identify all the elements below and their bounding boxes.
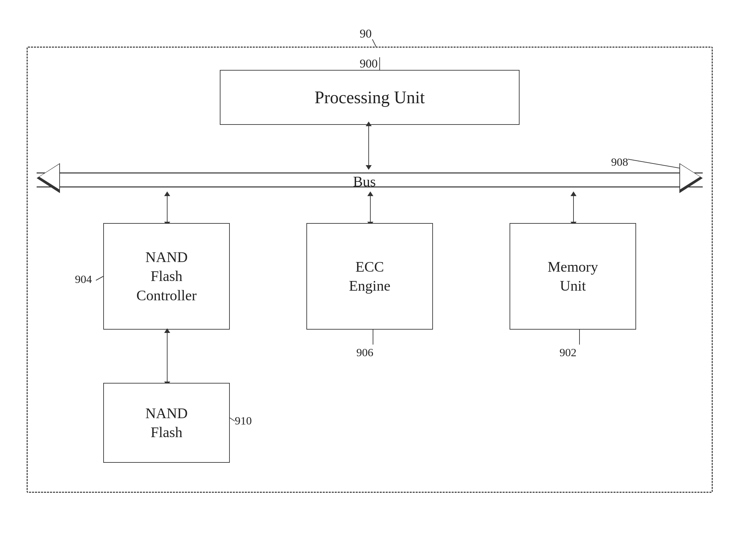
ecc-engine-box: ECCEngine — [306, 223, 433, 329]
ref-label-900: 900 — [360, 57, 378, 71]
arrow-nand-ctrl-to-nand-flash — [167, 329, 168, 383]
ref-label-90: 90 — [360, 27, 372, 41]
ref-label-906: 906 — [356, 346, 373, 359]
arrow-bus-to-ecc — [370, 195, 371, 223]
ref-label-904: 904 — [75, 273, 92, 285]
ref-label-908: 908 — [611, 156, 628, 169]
arrow-nand-ctrl-top-head — [164, 328, 170, 333]
bus-arrowhead-right-inner — [680, 164, 700, 190]
ref-label-910: 910 — [235, 414, 252, 427]
memory-unit-box: MemoryUnit — [510, 223, 636, 329]
nand-flash-controller-box: NANDFlashController — [103, 223, 230, 329]
svg-line-0 — [372, 39, 376, 47]
bus-arrowhead-left-inner — [39, 164, 59, 190]
arrow-pu-to-bus — [368, 125, 369, 167]
arrow-bus-to-mem — [573, 195, 574, 223]
bus-label: Bus — [353, 173, 376, 190]
memory-unit-label: MemoryUnit — [548, 258, 598, 295]
ref-label-902: 902 — [560, 346, 576, 359]
processing-unit-box: Processing Unit — [220, 70, 520, 125]
arrow-bus-to-nand-ctrl — [167, 195, 168, 223]
nand-flash-label: NANDFlash — [145, 404, 188, 442]
nand-flash-box: NANDFlash — [103, 383, 230, 463]
processing-unit-label: Processing Unit — [315, 88, 425, 107]
nand-flash-controller-label: NANDFlashController — [137, 248, 197, 305]
diagram-container: 90 900 Processing Unit Bus — [27, 27, 729, 519]
ecc-engine-label: ECCEngine — [349, 258, 391, 295]
